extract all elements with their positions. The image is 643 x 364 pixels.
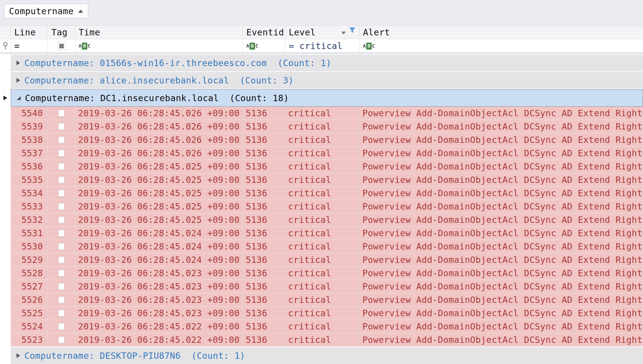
group-expander-icon[interactable] bbox=[17, 353, 20, 358]
cell-line[interactable]: 5531 bbox=[11, 227, 48, 240]
cell-tag[interactable] bbox=[48, 227, 75, 240]
cell-alert[interactable]: Powerview Add-DomainObjectAcl DCSync AD … bbox=[360, 253, 643, 267]
cell-line[interactable]: 5534 bbox=[11, 187, 48, 200]
filter-cell-tag[interactable] bbox=[48, 39, 75, 53]
table-row[interactable]: 5536 2019-03-26 06:28:45.025 +09:00 5136… bbox=[0, 160, 643, 173]
tag-checkbox[interactable] bbox=[58, 323, 64, 330]
cell-tag[interactable] bbox=[48, 173, 75, 187]
column-header-level[interactable]: Level bbox=[285, 26, 360, 39]
table-row[interactable]: 5538 2019-03-26 06:28:45.026 +09:00 5136… bbox=[0, 133, 643, 147]
group-expander-icon[interactable] bbox=[17, 96, 21, 100]
cell-line[interactable]: 5530 bbox=[11, 240, 48, 253]
filter-cell-line[interactable]: = bbox=[11, 39, 48, 53]
cell-tag[interactable] bbox=[48, 147, 75, 160]
cell-level[interactable]: critical bbox=[285, 240, 360, 253]
table-row[interactable]: 5524 2019-03-26 06:28:45.022 +09:00 5136… bbox=[0, 320, 643, 333]
tag-checkbox[interactable] bbox=[58, 310, 64, 316]
group-row-content[interactable]: Computername: DC1.insecurebank.local (Co… bbox=[11, 89, 643, 107]
tag-checkbox[interactable] bbox=[58, 256, 64, 263]
level-header-dropdown-icon[interactable] bbox=[341, 32, 346, 34]
cell-tag[interactable] bbox=[48, 280, 75, 293]
cell-eventid[interactable]: 5136 bbox=[243, 280, 285, 293]
group-row-content[interactable]: Computername: DESKTOP-PIU87N6 (Count: 1) bbox=[11, 347, 643, 364]
tag-checkbox[interactable] bbox=[58, 283, 64, 290]
cell-time[interactable]: 2019-03-26 06:28:45.023 +09:00 bbox=[75, 307, 243, 320]
cell-time[interactable]: 2019-03-26 06:28:45.024 +09:00 bbox=[75, 253, 243, 267]
column-header-tag[interactable]: Tag bbox=[48, 26, 75, 39]
cell-alert[interactable]: Powerview Add-DomainObjectAcl DCSync AD … bbox=[360, 160, 643, 173]
column-header-eventid[interactable]: Eventid bbox=[243, 26, 285, 39]
cell-time[interactable]: 2019-03-26 06:28:45.022 +09:00 bbox=[75, 333, 243, 347]
table-row[interactable]: 5529 2019-03-26 06:28:45.024 +09:00 5136… bbox=[0, 253, 643, 267]
cell-tag[interactable] bbox=[48, 120, 75, 133]
tag-checkbox[interactable] bbox=[58, 243, 64, 250]
cell-alert[interactable]: Powerview Add-DomainObjectAcl DCSync AD … bbox=[360, 240, 643, 253]
cell-level[interactable]: critical bbox=[285, 160, 360, 173]
cell-level[interactable]: critical bbox=[285, 173, 360, 187]
cell-time[interactable]: 2019-03-26 06:28:45.024 +09:00 bbox=[75, 240, 243, 253]
cell-line[interactable]: 5539 bbox=[11, 120, 48, 133]
table-row[interactable]: 5523 2019-03-26 06:28:45.022 +09:00 5136… bbox=[0, 333, 643, 347]
level-active-filter-funnel-icon[interactable] bbox=[349, 27, 355, 33]
cell-time[interactable]: 2019-03-26 06:28:45.022 +09:00 bbox=[75, 320, 243, 333]
filter-cell-alert[interactable]: ABC bbox=[360, 39, 643, 53]
cell-eventid[interactable]: 5136 bbox=[243, 133, 285, 147]
cell-line[interactable]: 5528 bbox=[11, 267, 48, 280]
cell-eventid[interactable]: 5136 bbox=[243, 173, 285, 187]
cell-tag[interactable] bbox=[48, 160, 75, 173]
cell-time[interactable]: 2019-03-26 06:28:45.025 +09:00 bbox=[75, 160, 243, 173]
tag-checkbox[interactable] bbox=[58, 150, 64, 156]
cell-level[interactable]: critical bbox=[285, 293, 360, 307]
cell-alert[interactable]: Powerview Add-DomainObjectAcl DCSync AD … bbox=[360, 200, 643, 213]
cell-level[interactable]: critical bbox=[285, 133, 360, 147]
group-row[interactable]: Computername: alice.insecurebank.local (… bbox=[0, 72, 643, 89]
cell-line[interactable]: 5527 bbox=[11, 280, 48, 293]
cell-tag[interactable] bbox=[48, 107, 75, 120]
cell-alert[interactable]: Powerview Add-DomainObjectAcl DCSync AD … bbox=[360, 120, 643, 133]
cell-eventid[interactable]: 5136 bbox=[243, 267, 285, 280]
tag-checkbox[interactable] bbox=[58, 123, 64, 130]
cell-level[interactable]: critical bbox=[285, 120, 360, 133]
cell-alert[interactable]: Powerview Add-DomainObjectAcl DCSync AD … bbox=[360, 320, 643, 333]
cell-alert[interactable]: Powerview Add-DomainObjectAcl DCSync AD … bbox=[360, 307, 643, 320]
cell-time[interactable]: 2019-03-26 06:28:45.026 +09:00 bbox=[75, 147, 243, 160]
table-row[interactable]: 5532 2019-03-26 06:28:45.025 +09:00 5136… bbox=[0, 213, 643, 227]
cell-line[interactable]: 5523 bbox=[11, 333, 48, 347]
group-row-content[interactable]: Computername: alice.insecurebank.local (… bbox=[11, 72, 643, 89]
table-row[interactable]: 5527 2019-03-26 06:28:45.023 +09:00 5136… bbox=[0, 280, 643, 293]
group-expander-icon[interactable] bbox=[17, 61, 20, 65]
cell-line[interactable]: 5524 bbox=[11, 320, 48, 333]
cell-alert[interactable]: Powerview Add-DomainObjectAcl DCSync AD … bbox=[360, 147, 643, 160]
cell-tag[interactable] bbox=[48, 133, 75, 147]
cell-eventid[interactable]: 5136 bbox=[243, 147, 285, 160]
cell-tag[interactable] bbox=[48, 307, 75, 320]
tag-checkbox[interactable] bbox=[58, 163, 64, 170]
cell-time[interactable]: 2019-03-26 06:28:45.024 +09:00 bbox=[75, 227, 243, 240]
cell-eventid[interactable]: 5136 bbox=[243, 240, 285, 253]
cell-eventid[interactable]: 5136 bbox=[243, 160, 285, 173]
cell-eventid[interactable]: 5136 bbox=[243, 120, 285, 133]
table-row[interactable]: 5530 2019-03-26 06:28:45.024 +09:00 5136… bbox=[0, 240, 643, 253]
cell-level[interactable]: critical bbox=[285, 253, 360, 267]
cell-line[interactable]: 5525 bbox=[11, 307, 48, 320]
group-row[interactable]: Computername: DESKTOP-PIU87N6 (Count: 1) bbox=[0, 347, 643, 364]
cell-line[interactable]: 5537 bbox=[11, 147, 48, 160]
cell-eventid[interactable]: 5136 bbox=[243, 107, 285, 120]
cell-tag[interactable] bbox=[48, 293, 75, 307]
cell-level[interactable]: critical bbox=[285, 147, 360, 160]
cell-time[interactable]: 2019-03-26 06:28:45.025 +09:00 bbox=[75, 187, 243, 200]
table-row[interactable]: 5535 2019-03-26 06:28:45.025 +09:00 5136… bbox=[0, 173, 643, 187]
cell-alert[interactable]: Powerview Add-DomainObjectAcl DCSync AD … bbox=[360, 280, 643, 293]
cell-alert[interactable]: Powerview Add-DomainObjectAcl DCSync AD … bbox=[360, 333, 643, 347]
cell-level[interactable]: critical bbox=[285, 307, 360, 320]
cell-alert[interactable]: Powerview Add-DomainObjectAcl DCSync AD … bbox=[360, 107, 643, 120]
cell-eventid[interactable]: 5136 bbox=[243, 293, 285, 307]
group-by-computername-button[interactable]: Computername bbox=[4, 4, 88, 18]
cell-tag[interactable] bbox=[48, 253, 75, 267]
cell-eventid[interactable]: 5136 bbox=[243, 307, 285, 320]
cell-time[interactable]: 2019-03-26 06:28:45.023 +09:00 bbox=[75, 293, 243, 307]
cell-eventid[interactable]: 5136 bbox=[243, 213, 285, 227]
cell-tag[interactable] bbox=[48, 200, 75, 213]
column-header-alert[interactable]: Alert bbox=[360, 26, 643, 39]
tag-checkbox[interactable] bbox=[58, 203, 64, 210]
